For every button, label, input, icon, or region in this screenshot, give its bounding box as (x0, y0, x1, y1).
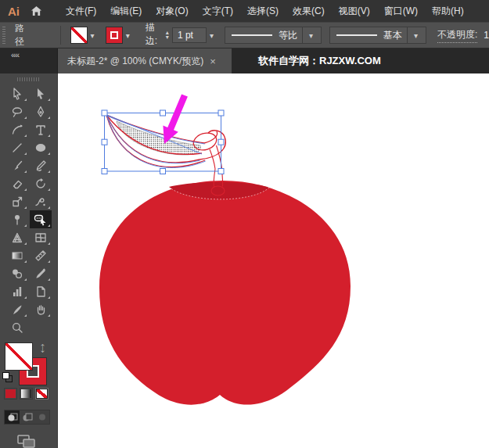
tool-grid (0, 84, 57, 336)
menu-file[interactable]: 文件(F) (59, 0, 103, 22)
handle-mid-right[interactable] (218, 139, 224, 145)
fill-color-dropdown[interactable]: ▾ (70, 27, 98, 44)
direct-selection-tool[interactable] (30, 84, 52, 102)
rotate-icon (34, 177, 47, 190)
knife-icon (11, 303, 23, 316)
rotate-tool[interactable] (30, 174, 52, 192)
selection-tool[interactable] (6, 84, 28, 102)
menu-effect[interactable]: 效果(C) (286, 0, 332, 22)
collapse-panel-button[interactable]: «« (0, 48, 58, 73)
handle-top-left[interactable] (102, 110, 107, 116)
brush-definition-dropdown[interactable]: 基本 ▾ (329, 27, 426, 44)
screen-mode-button[interactable] (17, 435, 36, 448)
canvas-area[interactable] (58, 73, 489, 448)
home-button[interactable] (31, 5, 42, 16)
menu-type[interactable]: 文字(T) (196, 0, 240, 22)
default-fill-stroke-icon[interactable] (2, 372, 13, 383)
chevron-down-icon: ▾ (207, 31, 217, 40)
menu-edit[interactable]: 编辑(E) (103, 0, 149, 22)
menu-help[interactable]: 帮助(H) (425, 0, 471, 22)
app-logo: Ai (8, 5, 20, 18)
double-chevron-left-icon: «« (11, 50, 19, 59)
document-tab-bar: «« 未标题-2* @ 100% (CMYK/预览) × 软件自学网：RJZXW… (0, 48, 489, 73)
draw-inside-button[interactable] (34, 410, 49, 424)
draw-behind-button[interactable] (20, 410, 34, 424)
eraser-tool[interactable] (6, 174, 28, 192)
handle-mid-left[interactable] (102, 139, 107, 145)
handle-bottom-right[interactable] (218, 169, 224, 174)
swap-fill-stroke-icon[interactable]: ⤡ (37, 342, 49, 354)
panel-grip[interactable] (17, 77, 41, 81)
mesh-tool[interactable] (30, 228, 52, 246)
draw-normal-button[interactable] (5, 410, 20, 424)
color-fill-button[interactable] (4, 388, 17, 400)
line-segment-tool[interactable] (6, 138, 28, 156)
curvature-tool[interactable] (6, 120, 28, 138)
opacity-value[interactable]: 1 (484, 30, 489, 41)
fill-color-well[interactable] (5, 342, 33, 371)
paintbrush-tool[interactable] (6, 156, 28, 174)
ellipse-tool[interactable] (30, 138, 52, 156)
pen-nib-icon (34, 106, 47, 118)
handle-top-right[interactable] (218, 110, 224, 116)
none-fill-button[interactable] (35, 388, 49, 400)
chevron-down-icon: ▾ (411, 31, 421, 40)
stroke-color-dropdown[interactable]: ▾ (106, 27, 133, 44)
stepper-down-icon: ▾ (166, 35, 169, 40)
menu-select[interactable]: 选择(S) (240, 0, 286, 22)
stroke-weight-input[interactable]: 1 pt (172, 27, 207, 43)
gradient-tool[interactable] (6, 246, 28, 264)
width-profile-value: 等比 (279, 29, 297, 42)
blend-icon (11, 267, 23, 280)
scale-tool[interactable] (6, 192, 28, 210)
document-tab-title: 未标题-2* @ 100% (CMYK/预览) (67, 55, 203, 68)
menu-window[interactable]: 窗口(W) (377, 0, 425, 22)
measure-tool[interactable] (30, 246, 52, 264)
magic-wand-tool[interactable] (6, 102, 28, 120)
watermark-text: 软件自学网：RJZXW.COM (232, 48, 489, 73)
lasso-icon (11, 106, 23, 118)
handle-bottom-center[interactable] (160, 169, 166, 174)
stroke-profile-preview (232, 34, 272, 36)
knife-tool[interactable] (6, 300, 28, 318)
stroke-weight-stepper[interactable]: ▴ ▾ (166, 30, 169, 40)
menu-object[interactable]: 对象(O) (149, 0, 195, 22)
pin-icon (11, 213, 23, 226)
width-tool[interactable] (30, 192, 52, 210)
width-swirl-icon (34, 195, 47, 208)
column-graph-tool[interactable] (6, 282, 28, 300)
width-profile-dropdown[interactable]: 等比 ▾ (225, 27, 322, 44)
divider (60, 26, 61, 45)
eyedropper-tool[interactable] (30, 264, 52, 282)
hand-tool[interactable] (30, 300, 52, 318)
gradient-icon (11, 249, 23, 262)
blend-tool[interactable] (6, 264, 28, 282)
opacity-panel-link[interactable]: 不透明度: (437, 28, 477, 43)
magnifier-icon (11, 321, 23, 334)
perspective-grid-tool[interactable] (6, 228, 28, 246)
menu-view[interactable]: 视图(V) (332, 0, 377, 22)
chevron-down-icon: ▾ (123, 31, 133, 40)
handle-top-center[interactable] (160, 110, 166, 116)
leaf-halftone-fill (117, 121, 200, 155)
eyedropper-icon (34, 267, 47, 280)
artboard-canvas[interactable] (58, 73, 489, 448)
line-icon (11, 142, 23, 154)
puppet-warp-tool[interactable] (6, 210, 28, 228)
close-tab-icon[interactable]: × (210, 56, 216, 67)
stroke-panel-link[interactable]: 描边: (146, 22, 160, 48)
pen-tool[interactable] (30, 102, 52, 120)
gradient-fill-button[interactable] (20, 388, 33, 400)
shape-builder-tool[interactable] (30, 210, 52, 228)
stroke-red-swatch-icon (106, 27, 123, 44)
pencil-tool[interactable] (30, 156, 52, 174)
scale-icon (11, 195, 23, 208)
zoom-tool[interactable] (6, 318, 28, 336)
document-tab[interactable]: 未标题-2* @ 100% (CMYK/预览) × (58, 48, 232, 73)
handle-bottom-left[interactable] (102, 169, 107, 174)
type-icon (34, 124, 47, 136)
panel-grip[interactable] (2, 27, 5, 44)
artboard-tool[interactable] (30, 282, 52, 300)
type-tool[interactable] (30, 120, 52, 138)
apple-body[interactable] (99, 181, 351, 405)
